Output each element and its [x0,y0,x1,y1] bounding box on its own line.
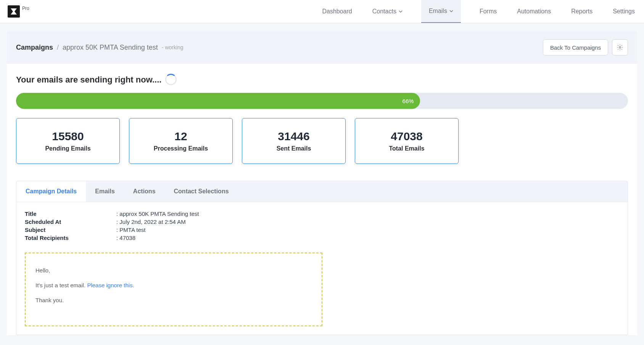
email-preview: Hello, It's just a test email. Please ig… [25,253,322,326]
settings-button[interactable] [612,39,628,55]
nav-reports[interactable]: Reports [570,0,594,23]
stat-value: 31446 [278,130,309,143]
logo-area: Pro [8,5,29,18]
stat-label: Processing Emails [154,145,208,152]
breadcrumb-root[interactable]: Campaigns [16,44,53,52]
stat-label: Total Emails [389,145,424,152]
progress-percent-label: 66% [402,98,414,104]
tab-actions[interactable]: Actions [124,181,165,202]
content: Your emails are sending right now.... Se… [7,64,637,335]
detail-value: : July 2nd, 2022 at 2:54 AM [116,219,186,225]
detail-value: : 47038 [116,235,135,241]
stat-value: 47038 [391,130,422,143]
tab-emails[interactable]: Emails [86,181,124,202]
email-ignore-link[interactable]: Please ignore this. [87,282,134,288]
nav-contacts[interactable]: Contacts [371,0,404,23]
detail-row-subject: Subject : PMTA test [25,227,619,233]
tab-campaign-details[interactable]: Campaign Details [16,181,86,202]
svg-point-0 [619,47,621,49]
email-line-3: Thank you. [35,297,312,303]
main-nav: Dashboard Contacts Emails Forms Automati… [320,0,636,23]
nav-forms[interactable]: Forms [478,0,498,23]
page: Campaigns / approx 50K PMTA Sending test… [0,23,644,335]
nav-settings[interactable]: Settings [611,0,636,23]
sending-title: Your emails are sending right now.... [16,75,161,85]
breadcrumb-status: - working [162,44,184,50]
tab-bar: Campaign Details Emails Actions Contact … [16,181,628,202]
loading-spinner-icon [165,74,177,85]
detail-label: Subject [25,227,116,233]
chevron-down-icon [449,9,453,13]
detail-row-scheduled: Scheduled At : July 2nd, 2022 at 2:54 AM [25,219,619,225]
stat-card-pending: 15580 Pending Emails [16,118,120,164]
nav-emails[interactable]: Emails [421,0,461,23]
progress-bar: 66% [16,93,628,109]
detail-value: : approx 50K PMTA Sending test [116,211,199,217]
sending-status-row: Your emails are sending right now.... Se… [16,74,628,86]
campaign-details-panel: Title : approx 50K PMTA Sending test Sch… [16,202,628,335]
chevron-down-icon [399,10,402,13]
detail-label: Title [25,211,116,217]
detail-value: : PMTA test [116,227,145,233]
tab-contact-selections[interactable]: Contact Selections [165,181,238,202]
breadcrumb: Campaigns / approx 50K PMTA Sending test… [16,44,184,52]
breadcrumb-current: approx 50K PMTA Sending test [63,44,158,52]
detail-label: Total Recipients [25,235,116,241]
pro-badge: Pro [22,6,29,11]
app-logo[interactable] [8,5,20,18]
detail-label: Scheduled At [25,219,116,225]
progress-fill: 66% [16,93,420,109]
stat-label: Sent Emails [277,145,311,152]
nav-dashboard[interactable]: Dashboard [320,0,353,23]
detail-row-title: Title : approx 50K PMTA Sending test [25,211,619,217]
stat-card-total: 47038 Total Emails [355,118,459,164]
stat-card-sent: 31446 Sent Emails [242,118,346,164]
stat-value: 15580 [52,130,84,143]
stat-label: Pending Emails [45,145,90,152]
stat-value: 12 [174,130,187,143]
detail-row-recipients: Total Recipients : 47038 [25,235,619,241]
stat-card-processing: 12 Processing Emails [129,118,233,164]
email-line-2: It's just a test email. Please ignore th… [35,282,312,288]
email-line-2-text: It's just a test email. [35,282,87,288]
back-to-campaigns-button[interactable]: Back To Campaigns [543,39,608,55]
breadcrumb-separator: / [57,44,59,52]
nav-automations[interactable]: Automations [515,0,552,23]
email-line-1: Hello, [35,267,312,274]
stats-row: 15580 Pending Emails 12 Processing Email… [16,118,628,164]
header-actions: Back To Campaigns [543,39,628,55]
gear-icon [617,44,623,51]
topbar: Pro Dashboard Contacts Emails Forms Auto… [0,0,644,23]
page-header: Campaigns / approx 50K PMTA Sending test… [7,31,637,64]
